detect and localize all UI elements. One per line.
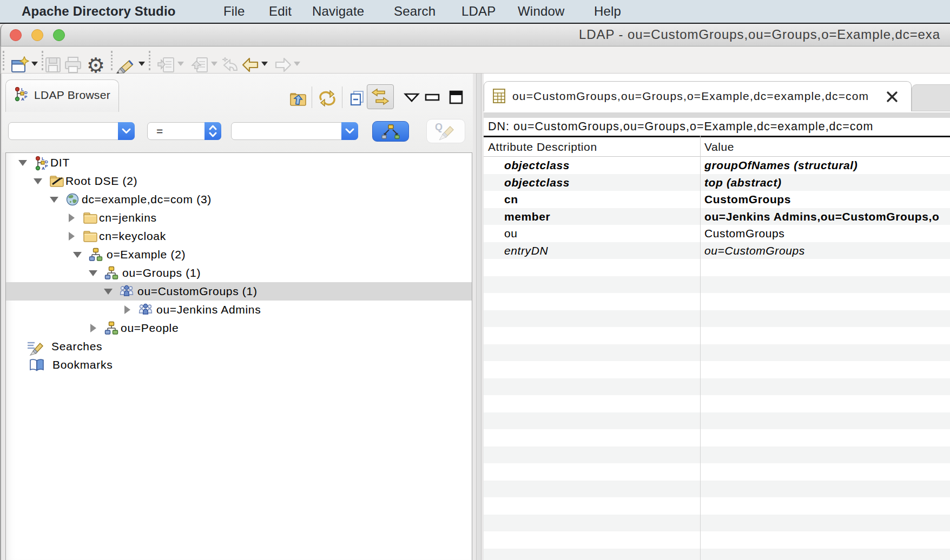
tree-item-dit[interactable]: LDAPDIT: [6, 154, 472, 172]
new-connection-button[interactable]: [11, 56, 29, 75]
maximize-icon[interactable]: [449, 90, 463, 104]
expanded-triangle-icon[interactable]: [89, 270, 97, 276]
column-header-attribute[interactable]: Attribute Description: [488, 137, 597, 156]
tree-item-cn-keycloak[interactable]: cn=keycloak: [6, 227, 472, 245]
ldap-browser-view-title: LDAP Browser: [34, 80, 110, 110]
org-icon: [104, 321, 118, 335]
export-dropdown-arrow[interactable]: [211, 62, 217, 66]
attribute-row-entryDN[interactable]: entryDNou=CustomGroups: [484, 242, 950, 259]
tree-item-ou-jenkins-admins[interactable]: ou=Jenkins Admins: [6, 301, 472, 319]
attribute-row-empty: [484, 378, 950, 396]
svg-text:L: L: [21, 87, 24, 92]
collapsed-triangle-icon[interactable]: [124, 305, 130, 314]
refresh-icon[interactable]: [318, 90, 337, 107]
tree-item-o-example-2[interactable]: o=Example (2): [6, 245, 472, 264]
application-window: Apache Directory Studio FileEditNavigate…: [0, 0, 950, 560]
folder-edit-icon: [49, 174, 64, 188]
tree-item-searches[interactable]: Searches: [6, 337, 472, 356]
dn-bar: DN: ou=CustomGroups,ou=Groups,o=Example,…: [484, 118, 950, 136]
toolbar-separator: [149, 51, 150, 70]
attribute-value: ou=Jenkins Admins,ou=CustomGroups,o: [704, 208, 939, 225]
tree-item-cn-jenkins[interactable]: cn=jenkins: [6, 209, 472, 227]
stepper-icon[interactable]: [204, 122, 221, 140]
collapsed-triangle-icon[interactable]: [69, 214, 75, 222]
tree-item-label: Bookmarks: [52, 356, 113, 374]
menu-file[interactable]: File: [223, 0, 245, 23]
filter-value-combo[interactable]: [231, 122, 358, 140]
tree-item-root-dse-2[interactable]: Root DSE (2): [6, 172, 472, 190]
import-dropdown-arrow[interactable]: [177, 62, 184, 66]
expanded-triangle-icon[interactable]: [18, 160, 27, 166]
preferences-gear-button[interactable]: ⚙: [87, 56, 105, 75]
tree-item-ou-customgroups-1[interactable]: ou=CustomGroups (1): [6, 282, 472, 301]
ldap-browser-tree: LDAPDITRoot DSE (2)dc=example,dc=com (3)…: [5, 152, 472, 560]
tree-item-bookmarks[interactable]: Bookmarks: [6, 356, 472, 374]
back-button[interactable]: [241, 56, 260, 74]
menu-app-name[interactable]: Apache Directory Studio: [22, 0, 176, 23]
view-menu-icon[interactable]: [404, 92, 420, 103]
attribute-value: ou=CustomGroups: [704, 242, 805, 259]
chevron-down-icon[interactable]: [341, 122, 358, 140]
close-icon[interactable]: [885, 90, 899, 106]
column-header-value[interactable]: Value: [704, 137, 734, 156]
attribute-row-ou[interactable]: ouCustomGroups: [484, 225, 950, 242]
attribute-row-empty: [484, 361, 950, 378]
expanded-triangle-icon[interactable]: [34, 178, 42, 184]
expanded-triangle-icon[interactable]: [73, 252, 82, 258]
save-button[interactable]: [44, 56, 62, 74]
print-button[interactable]: [64, 56, 82, 74]
attribute-name: objectclass: [504, 157, 570, 174]
export-button[interactable]: [190, 56, 209, 75]
back-dropdown-arrow[interactable]: [261, 62, 268, 66]
expanded-triangle-icon[interactable]: [50, 197, 58, 203]
filter-children-button[interactable]: [372, 121, 409, 142]
menu-ldap[interactable]: LDAP: [461, 0, 496, 23]
tree-item-label: DIT: [50, 154, 70, 172]
expanded-triangle-icon[interactable]: [104, 289, 113, 295]
menu-help[interactable]: Help: [594, 0, 621, 23]
attribute-row-empty: [484, 259, 950, 276]
zoom-window-button[interactable]: [53, 29, 65, 41]
minimize-window-button[interactable]: [31, 29, 43, 41]
tree-item-ou-groups-1[interactable]: ou=Groups (1): [6, 264, 472, 282]
attribute-value: groupOfNames (structural): [704, 157, 857, 174]
tree-item-ou-people[interactable]: ou=People: [6, 319, 472, 337]
back-to-start-button[interactable]: [221, 56, 240, 74]
up-entry-icon[interactable]: [289, 90, 307, 107]
attribute-row-member[interactable]: memberou=Jenkins Admins,ou=CustomGroups,…: [484, 208, 950, 225]
new-connection-dropdown-arrow[interactable]: [31, 62, 38, 66]
attribute-row-objectclass[interactable]: objectclassgroupOfNames (structural): [484, 157, 950, 174]
panel-splitter[interactable]: [473, 74, 484, 560]
collapsed-triangle-icon[interactable]: [69, 232, 75, 241]
menu-search[interactable]: Search: [394, 0, 436, 23]
attribute-row-empty: [484, 463, 950, 481]
collapsed-triangle-icon[interactable]: [90, 324, 96, 332]
chevron-down-icon[interactable]: [118, 122, 135, 140]
world-icon: [65, 192, 80, 206]
ldap-browser-view-tab[interactable]: LDAP LDAP Browser: [5, 79, 119, 112]
toolbar-separator: [111, 51, 113, 70]
menu-edit[interactable]: Edit: [269, 0, 292, 23]
attribute-row-empty: [484, 395, 950, 412]
tree-item-label: Searches: [51, 337, 102, 356]
link-with-editor-icon[interactable]: [371, 88, 390, 106]
filter-operator-combo[interactable]: =: [147, 122, 221, 140]
column-divider[interactable]: [700, 136, 701, 560]
forward-dropdown-arrow[interactable]: [294, 62, 300, 66]
import-button[interactable]: [157, 56, 175, 75]
entry-editor-tab[interactable]: ou=CustomGroups,ou=Groups,o=Example,dc=e…: [484, 81, 912, 111]
tree-item-dc-example-dc-com-3[interactable]: dc=example,dc=com (3): [6, 190, 472, 209]
attribute-row-objectclass[interactable]: objectclasstop (abstract): [484, 174, 950, 191]
menu-window[interactable]: Window: [518, 0, 565, 23]
attribute-row-cn[interactable]: cnCustomGroups: [484, 191, 950, 208]
quick-search-button[interactable]: Q: [426, 119, 465, 143]
filter-attribute-combo[interactable]: [8, 122, 135, 140]
menu-navigate[interactable]: Navigate: [312, 0, 364, 23]
attribute-table: objectclassgroupOfNames (structural)obje…: [484, 157, 950, 560]
minimize-icon[interactable]: [425, 93, 440, 102]
toolbar-separator: [342, 86, 342, 108]
collapse-all-icon[interactable]: [349, 90, 366, 107]
forward-button[interactable]: [273, 56, 293, 74]
connection-pen-dropdown-arrow[interactable]: [138, 62, 145, 66]
close-window-button[interactable]: [10, 29, 22, 41]
